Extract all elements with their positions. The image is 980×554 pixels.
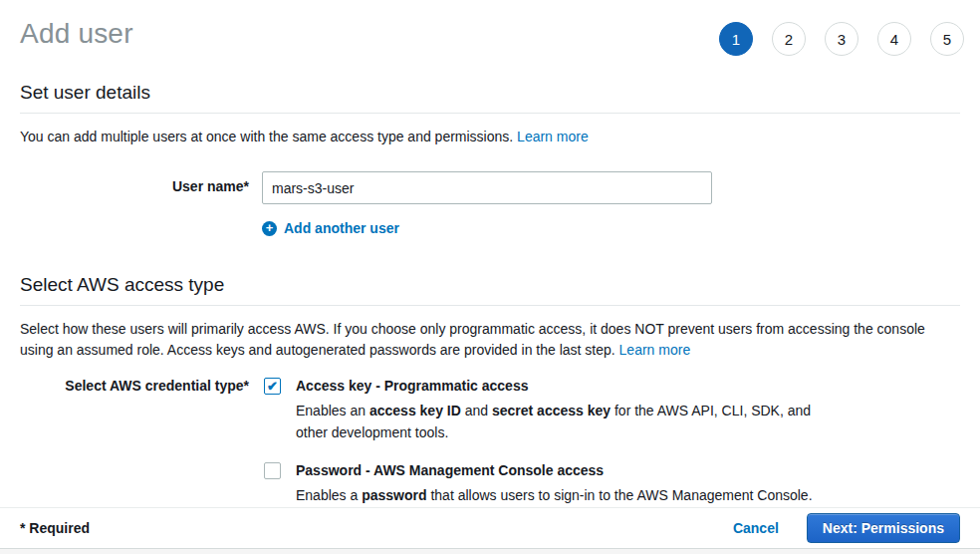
user-details-heading: Set user details — [20, 82, 960, 114]
required-note: * Required — [20, 520, 90, 536]
access-type-description: Select how these users will primarily ac… — [20, 319, 960, 361]
description-segment: password — [362, 487, 426, 503]
step-circle-1: 1 — [719, 22, 753, 56]
add-user-page: Add user 12345 Set user details You can … — [0, 0, 980, 554]
access-type-learn-more-link[interactable]: Learn more — [619, 342, 691, 358]
description-segment: secret access key — [492, 403, 611, 418]
step-circle-5: 5 — [930, 22, 964, 56]
description-segment: Enables a — [296, 487, 362, 503]
plus-circle-icon: + — [262, 221, 277, 236]
username-form-row: User name* — [20, 171, 960, 204]
wizard-step-indicator: 12345 — [719, 22, 964, 56]
section-access-type: Select AWS access type Select how these … — [20, 274, 960, 506]
option-programmatic-access: ✔ Access key - Programmatic access Enabl… — [264, 377, 824, 443]
step-circle-2: 2 — [772, 22, 806, 56]
programmatic-access-checkbox[interactable]: ✔ — [264, 378, 281, 395]
cancel-button[interactable]: Cancel — [733, 520, 779, 536]
console-access-checkbox[interactable]: ✔ — [264, 462, 281, 479]
description-segment: access key ID — [369, 403, 461, 418]
credential-type-label: Select AWS credential type* — [20, 377, 249, 506]
description-segment: that allows users to sign-in to the AWS … — [427, 487, 813, 503]
username-label: User name* — [20, 171, 249, 204]
footer-strip — [0, 549, 980, 554]
user-details-description-text: You can add multiple users at once with … — [20, 129, 513, 144]
console-access-title: Password - AWS Management Console access — [296, 461, 813, 480]
access-type-heading: Select AWS access type — [20, 274, 960, 306]
add-another-user-label: Add another user — [284, 220, 399, 236]
access-type-description-text: Select how these users will primarily ac… — [20, 321, 925, 358]
section-user-details: Set user details You can add multiple us… — [20, 82, 960, 236]
step-circle-3: 3 — [825, 22, 858, 56]
next-permissions-button[interactable]: Next: Permissions — [807, 513, 960, 543]
page-title: Add user — [20, 18, 133, 50]
page-header: Add user 12345 — [0, 0, 980, 56]
username-input[interactable] — [262, 171, 712, 204]
credential-type-row: Select AWS credential type* ✔ Access key… — [20, 377, 960, 506]
programmatic-access-description: Enables an access key ID and secret acce… — [296, 400, 824, 443]
user-details-learn-more-link[interactable]: Learn more — [517, 129, 589, 144]
description-segment: and — [461, 403, 492, 418]
programmatic-access-title: Access key - Programmatic access — [296, 377, 824, 396]
user-details-description: You can add multiple users at once with … — [20, 127, 960, 147]
option-console-access: ✔ Password - AWS Management Console acce… — [264, 461, 824, 506]
wizard-footer: * Required Cancel Next: Permissions — [0, 507, 980, 554]
description-segment: Enables an — [296, 403, 369, 418]
console-access-description: Enables a password that allows users to … — [296, 484, 813, 506]
add-another-user-link[interactable]: + Add another user — [262, 220, 399, 236]
checkmark-icon: ✔ — [267, 380, 278, 393]
step-circle-4: 4 — [877, 22, 911, 56]
